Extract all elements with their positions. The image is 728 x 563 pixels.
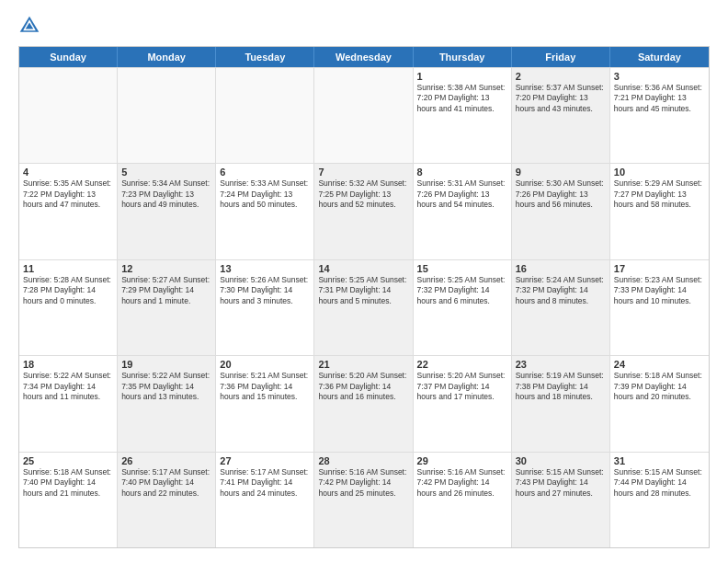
cal-row-1: 4Sunrise: 5:35 AM Sunset: 7:22 PM Daylig… — [19, 163, 709, 259]
cal-cell: 19Sunrise: 5:22 AM Sunset: 7:35 PM Dayli… — [118, 356, 216, 451]
day-number: 26 — [121, 455, 211, 466]
cal-cell: 9Sunrise: 5:30 AM Sunset: 7:26 PM Daylig… — [512, 164, 610, 259]
cal-cell: 24Sunrise: 5:18 AM Sunset: 7:39 PM Dayli… — [610, 356, 709, 451]
page: SundayMondayTuesdayWednesdayThursdayFrid… — [0, 0, 728, 563]
day-number: 16 — [516, 263, 606, 274]
day-number: 8 — [417, 167, 507, 178]
cal-row-3: 18Sunrise: 5:22 AM Sunset: 7:34 PM Dayli… — [19, 355, 709, 451]
cell-text: Sunrise: 5:16 AM Sunset: 7:42 PM Dayligh… — [417, 467, 507, 499]
cal-header-sunday: Sunday — [19, 47, 118, 67]
day-number: 25 — [23, 455, 113, 466]
day-number: 17 — [614, 263, 705, 274]
cal-cell — [118, 68, 216, 163]
cal-row-2: 11Sunrise: 5:28 AM Sunset: 7:28 PM Dayli… — [19, 259, 709, 355]
cal-cell: 16Sunrise: 5:24 AM Sunset: 7:32 PM Dayli… — [512, 260, 610, 355]
cell-text: Sunrise: 5:19 AM Sunset: 7:38 PM Dayligh… — [516, 371, 606, 402]
day-number: 22 — [417, 359, 507, 370]
cell-text: Sunrise: 5:34 AM Sunset: 7:23 PM Dayligh… — [121, 178, 211, 210]
cal-header-friday: Friday — [512, 47, 610, 67]
cal-cell: 26Sunrise: 5:17 AM Sunset: 7:40 PM Dayli… — [118, 453, 216, 547]
day-number: 2 — [516, 71, 606, 82]
cell-text: Sunrise: 5:16 AM Sunset: 7:42 PM Dayligh… — [318, 467, 408, 499]
calendar: SundayMondayTuesdayWednesdayThursdayFrid… — [18, 46, 710, 548]
day-number: 28 — [318, 455, 408, 466]
cell-text: Sunrise: 5:17 AM Sunset: 7:40 PM Dayligh… — [121, 467, 211, 499]
day-number: 24 — [614, 359, 705, 370]
day-number: 20 — [220, 359, 310, 370]
cal-header-tuesday: Tuesday — [216, 47, 314, 67]
cell-text: Sunrise: 5:25 AM Sunset: 7:32 PM Dayligh… — [417, 275, 507, 306]
cal-row-4: 25Sunrise: 5:18 AM Sunset: 7:40 PM Dayli… — [19, 452, 709, 547]
cal-cell: 23Sunrise: 5:19 AM Sunset: 7:38 PM Dayli… — [512, 356, 610, 451]
cell-text: Sunrise: 5:35 AM Sunset: 7:22 PM Dayligh… — [23, 178, 113, 210]
cal-cell: 20Sunrise: 5:21 AM Sunset: 7:36 PM Dayli… — [216, 356, 314, 451]
cal-cell: 22Sunrise: 5:20 AM Sunset: 7:37 PM Dayli… — [414, 356, 512, 451]
calendar-body: 1Sunrise: 5:38 AM Sunset: 7:20 PM Daylig… — [19, 67, 709, 547]
cal-cell: 30Sunrise: 5:15 AM Sunset: 7:43 PM Dayli… — [512, 453, 610, 547]
logo — [18, 15, 44, 37]
day-number: 23 — [516, 359, 606, 370]
cal-cell: 27Sunrise: 5:17 AM Sunset: 7:41 PM Dayli… — [216, 453, 314, 547]
cal-cell — [216, 68, 314, 163]
day-number: 12 — [121, 263, 211, 274]
cal-cell: 13Sunrise: 5:26 AM Sunset: 7:30 PM Dayli… — [216, 260, 314, 355]
cell-text: Sunrise: 5:24 AM Sunset: 7:32 PM Dayligh… — [516, 275, 606, 306]
cal-cell: 25Sunrise: 5:18 AM Sunset: 7:40 PM Dayli… — [19, 453, 118, 547]
cell-text: Sunrise: 5:36 AM Sunset: 7:21 PM Dayligh… — [614, 83, 705, 114]
cal-cell: 15Sunrise: 5:25 AM Sunset: 7:32 PM Dayli… — [414, 260, 512, 355]
cal-cell: 28Sunrise: 5:16 AM Sunset: 7:42 PM Dayli… — [314, 453, 413, 547]
cal-cell: 5Sunrise: 5:34 AM Sunset: 7:23 PM Daylig… — [118, 164, 216, 259]
cell-text: Sunrise: 5:33 AM Sunset: 7:24 PM Dayligh… — [220, 178, 310, 210]
cell-text: Sunrise: 5:20 AM Sunset: 7:37 PM Dayligh… — [417, 371, 507, 402]
day-number: 6 — [220, 167, 310, 178]
day-number: 9 — [516, 167, 606, 178]
cal-cell — [19, 68, 118, 163]
cal-cell: 2Sunrise: 5:37 AM Sunset: 7:20 PM Daylig… — [512, 68, 610, 163]
cal-cell: 21Sunrise: 5:20 AM Sunset: 7:36 PM Dayli… — [314, 356, 413, 451]
cal-header-wednesday: Wednesday — [314, 47, 413, 67]
cell-text: Sunrise: 5:20 AM Sunset: 7:36 PM Dayligh… — [318, 371, 408, 402]
cal-cell: 31Sunrise: 5:15 AM Sunset: 7:44 PM Dayli… — [610, 453, 709, 547]
calendar-header-row: SundayMondayTuesdayWednesdayThursdayFrid… — [19, 47, 709, 67]
cal-cell — [314, 68, 413, 163]
day-number: 7 — [318, 167, 408, 178]
day-number: 5 — [121, 167, 211, 178]
cal-cell: 18Sunrise: 5:22 AM Sunset: 7:34 PM Dayli… — [19, 356, 118, 451]
day-number: 30 — [516, 455, 606, 466]
cell-text: Sunrise: 5:15 AM Sunset: 7:43 PM Dayligh… — [516, 467, 606, 499]
cal-cell: 17Sunrise: 5:23 AM Sunset: 7:33 PM Dayli… — [610, 260, 709, 355]
day-number: 29 — [417, 455, 507, 466]
cal-cell: 1Sunrise: 5:38 AM Sunset: 7:20 PM Daylig… — [414, 68, 512, 163]
header — [18, 15, 710, 37]
cal-cell: 29Sunrise: 5:16 AM Sunset: 7:42 PM Dayli… — [414, 453, 512, 547]
day-number: 14 — [318, 263, 408, 274]
day-number: 18 — [23, 359, 113, 370]
cal-header-saturday: Saturday — [610, 47, 709, 67]
cal-cell: 11Sunrise: 5:28 AM Sunset: 7:28 PM Dayli… — [19, 260, 118, 355]
day-number: 15 — [417, 263, 507, 274]
cell-text: Sunrise: 5:21 AM Sunset: 7:36 PM Dayligh… — [220, 371, 310, 402]
cell-text: Sunrise: 5:26 AM Sunset: 7:30 PM Dayligh… — [220, 275, 310, 306]
cell-text: Sunrise: 5:22 AM Sunset: 7:34 PM Dayligh… — [23, 371, 113, 402]
cell-text: Sunrise: 5:29 AM Sunset: 7:27 PM Dayligh… — [614, 178, 705, 210]
cell-text: Sunrise: 5:37 AM Sunset: 7:20 PM Dayligh… — [516, 83, 606, 114]
day-number: 13 — [220, 263, 310, 274]
cal-cell: 14Sunrise: 5:25 AM Sunset: 7:31 PM Dayli… — [314, 260, 413, 355]
cal-cell: 10Sunrise: 5:29 AM Sunset: 7:27 PM Dayli… — [610, 164, 709, 259]
day-number: 3 — [614, 71, 705, 82]
day-number: 10 — [614, 167, 705, 178]
day-number: 4 — [23, 167, 113, 178]
day-number: 31 — [614, 455, 705, 466]
day-number: 1 — [417, 71, 507, 82]
cell-text: Sunrise: 5:23 AM Sunset: 7:33 PM Dayligh… — [614, 275, 705, 306]
cell-text: Sunrise: 5:27 AM Sunset: 7:29 PM Dayligh… — [121, 275, 211, 306]
cell-text: Sunrise: 5:32 AM Sunset: 7:25 PM Dayligh… — [318, 178, 408, 210]
cal-header-monday: Monday — [118, 47, 216, 67]
cell-text: Sunrise: 5:30 AM Sunset: 7:26 PM Dayligh… — [516, 178, 606, 210]
cell-text: Sunrise: 5:28 AM Sunset: 7:28 PM Dayligh… — [23, 275, 113, 306]
cal-cell: 8Sunrise: 5:31 AM Sunset: 7:26 PM Daylig… — [414, 164, 512, 259]
cal-cell: 12Sunrise: 5:27 AM Sunset: 7:29 PM Dayli… — [118, 260, 216, 355]
cell-text: Sunrise: 5:38 AM Sunset: 7:20 PM Dayligh… — [417, 83, 507, 114]
cell-text: Sunrise: 5:18 AM Sunset: 7:39 PM Dayligh… — [614, 371, 705, 402]
cal-row-0: 1Sunrise: 5:38 AM Sunset: 7:20 PM Daylig… — [19, 67, 709, 163]
